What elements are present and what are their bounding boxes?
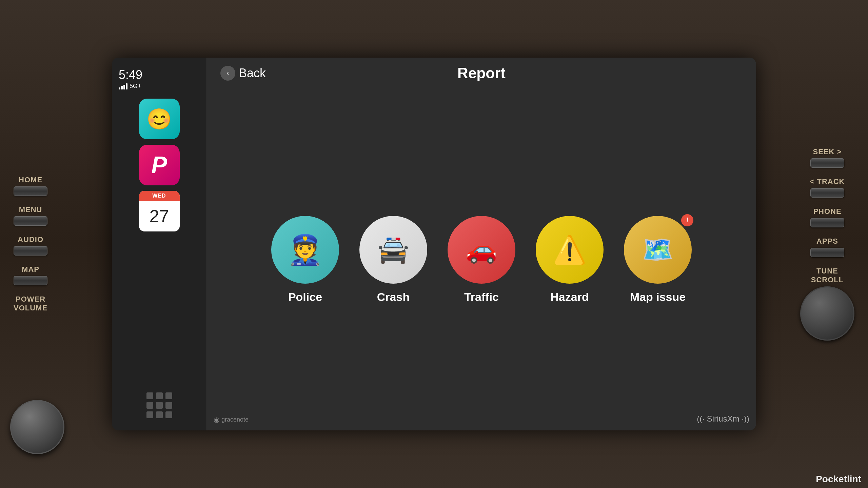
seek-label: SEEK >	[813, 147, 842, 156]
home-grid-indicator[interactable]	[141, 387, 178, 424]
grid-dot-2	[156, 392, 163, 399]
menu-label: MENU	[19, 205, 42, 214]
hazard-label: Hazard	[550, 290, 589, 304]
police-icon-circle: 👮	[271, 216, 339, 284]
tune-scroll-knob[interactable]	[800, 286, 854, 341]
screen-title: Report	[457, 65, 506, 82]
menu-button[interactable]	[14, 216, 47, 226]
power-volume-group: POWER VOLUME	[14, 295, 47, 312]
track-label: < TRACK	[810, 177, 845, 186]
grid-dot-6	[165, 402, 172, 409]
hazard-emoji: ⚠️	[553, 234, 587, 266]
waze-emoji: 😊	[146, 107, 172, 131]
crash-icon-circle: 🚔	[359, 216, 427, 284]
power-volume-label: POWER VOLUME	[14, 295, 47, 312]
home-label: HOME	[19, 176, 42, 184]
time-display: 5:49	[119, 68, 142, 82]
map-issue-icon-circle: 🗺️ !	[624, 216, 692, 284]
back-button[interactable]: ‹ Back	[220, 66, 266, 81]
report-item-map-issue[interactable]: 🗺️ ! Map issue	[624, 216, 692, 304]
grid-dot-5	[156, 402, 163, 409]
crash-emoji: 🚔	[377, 235, 409, 265]
apps-label: APPS	[816, 237, 838, 246]
home-button-group: HOME	[14, 176, 47, 196]
gracenote-badge: ◉ gracenote	[214, 415, 249, 424]
back-chevron-icon: ‹	[220, 66, 235, 81]
seek-button[interactable]	[810, 158, 844, 168]
siriusxm-label: ((· SiriusXm ·))	[697, 414, 749, 423]
map-issue-label: Map issue	[630, 290, 686, 304]
track-button-group: < TRACK	[810, 177, 845, 198]
apps-button-group: APPS	[810, 237, 844, 257]
screen-header: ‹ Back Report	[207, 58, 756, 89]
signal-area: 5G+	[119, 83, 141, 90]
car-unit: HOME MENU AUDIO MAP POWER VOLUME 5:49	[0, 0, 868, 488]
signal-bar-3	[123, 85, 125, 89]
pandora-app-icon[interactable]: P	[139, 145, 180, 185]
calendar-day-abbr: WED	[139, 191, 180, 201]
crash-label: Crash	[377, 290, 410, 304]
grid-dot-7	[146, 411, 153, 418]
pocketlint-label: Pocketlint	[816, 474, 861, 484]
phone-label: PHONE	[813, 207, 841, 216]
police-emoji: 👮	[287, 233, 323, 267]
traffic-emoji: 🚗	[466, 235, 497, 265]
track-button[interactable]	[810, 188, 844, 198]
calendar-day-num: 27	[139, 201, 180, 231]
waze-app-icon[interactable]: 😊	[139, 99, 180, 139]
grid-dot-8	[156, 411, 163, 418]
home-button[interactable]	[14, 186, 47, 196]
status-bar: 5:49 5G+	[112, 64, 206, 93]
map-issue-emoji: 🗺️	[642, 235, 674, 265]
report-item-crash[interactable]: 🚔 Crash	[359, 216, 427, 304]
signal-bars	[119, 83, 127, 89]
sidebar: 5:49 5G+ 😊 P	[112, 58, 207, 430]
report-item-police[interactable]: 👮 Police	[271, 216, 339, 304]
pocketlint-badge: Pocketlint	[816, 474, 861, 485]
network-label: 5G+	[130, 83, 141, 90]
police-label: Police	[288, 290, 322, 304]
back-label: Back	[239, 66, 266, 80]
signal-bar-4	[126, 83, 127, 89]
main-content: ‹ Back Report 👮 Police 🚔	[207, 58, 756, 430]
report-grid: 👮 Police 🚔 Crash 🚗 Traffic	[207, 89, 756, 430]
hazard-icon-circle: ⚠️	[536, 216, 604, 284]
signal-bar-2	[121, 86, 123, 89]
right-hw-panel: SEEK > < TRACK PHONE APPS TUNE SCROLL	[800, 147, 854, 341]
phone-button-group: PHONE	[810, 207, 844, 227]
signal-bar-1	[119, 87, 120, 89]
apps-button[interactable]	[810, 248, 844, 257]
grid-dot-1	[146, 392, 153, 399]
map-button[interactable]	[14, 276, 47, 285]
main-screen: 5:49 5G+ 😊 P	[112, 58, 756, 430]
pandora-letter: P	[151, 151, 167, 179]
traffic-label: Traffic	[464, 290, 499, 304]
left-hw-panel: HOME MENU AUDIO MAP POWER VOLUME	[14, 176, 47, 312]
grid-dot-4	[146, 402, 153, 409]
audio-label: AUDIO	[18, 235, 43, 244]
phone-button[interactable]	[810, 218, 844, 227]
map-button-group: MAP	[14, 265, 47, 285]
report-item-hazard[interactable]: ⚠️ Hazard	[536, 216, 604, 304]
tune-scroll-group: TUNE SCROLL	[800, 267, 854, 341]
traffic-icon-circle: 🚗	[448, 216, 515, 284]
gracenote-icon: ◉	[214, 415, 219, 424]
siriusxm-badge: ((· SiriusXm ·))	[697, 414, 749, 424]
map-label: MAP	[22, 265, 39, 274]
grid-dot-3	[165, 392, 172, 399]
tune-scroll-label: TUNE SCROLL	[811, 267, 844, 284]
calendar-app-icon[interactable]: WED 27	[139, 191, 180, 231]
map-issue-notification: !	[681, 214, 693, 226]
menu-button-group: MENU	[14, 205, 47, 226]
audio-button[interactable]	[14, 246, 47, 256]
report-item-traffic[interactable]: 🚗 Traffic	[448, 216, 515, 304]
power-volume-knob[interactable]	[10, 400, 64, 454]
grid-dot-9	[165, 411, 172, 418]
audio-button-group: AUDIO	[14, 235, 47, 256]
gracenote-label: gracenote	[221, 416, 249, 423]
seek-button-group: SEEK >	[810, 147, 844, 168]
